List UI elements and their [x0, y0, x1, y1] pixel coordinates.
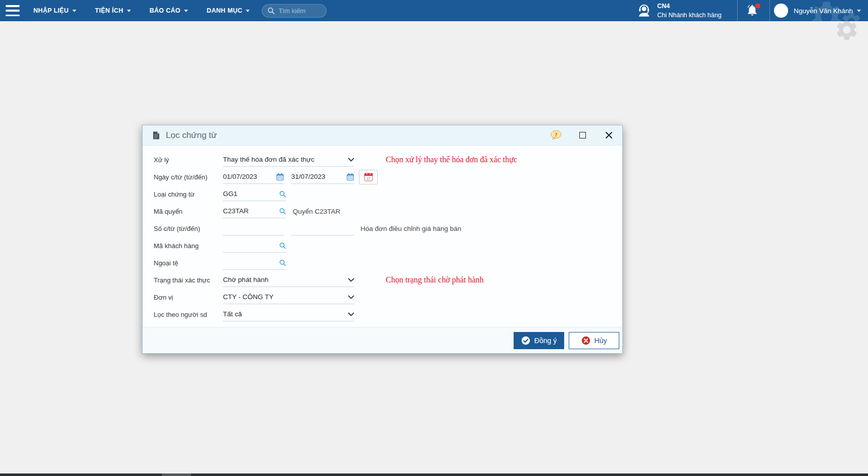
date-from-field[interactable]: [223, 170, 284, 184]
so-ctu-to-field[interactable]: [291, 222, 354, 235]
divider: [737, 0, 738, 21]
calendar-picker-button[interactable]: 17: [359, 170, 378, 184]
chevron-down-icon: [348, 158, 354, 162]
loai-chung-tu-input[interactable]: [223, 190, 277, 198]
lookup-search-icon[interactable]: [279, 191, 286, 198]
form-row-ngoai-te: Ngoại tệ: [143, 254, 622, 271]
branch-info[interactable]: CN4 Chi Nhánh khách hàng: [657, 2, 721, 20]
avatar[interactable]: [774, 4, 788, 18]
ma-khach-hang-input[interactable]: [223, 242, 277, 249]
notification-badge: [755, 4, 760, 9]
form-row-ma-khach-hang: Mã khách hàng: [143, 237, 622, 254]
date-to-field[interactable]: [291, 170, 354, 184]
annotation-xu-ly: Chọn xử lý thay thế hóa đơn đã xác thực: [386, 155, 517, 164]
divider: [769, 0, 770, 21]
search-input[interactable]: [279, 7, 321, 15]
form-row-xu-ly: Xử lý Thay thế hóa đơn đã xác thực Chọn …: [143, 151, 622, 168]
nav-label: DANH MỤC: [207, 7, 242, 14]
calendar-icon[interactable]: [276, 173, 284, 181]
chevron-down-icon: [246, 10, 250, 12]
hamburger-menu-icon[interactable]: [6, 5, 20, 16]
so-ctu-from-field[interactable]: [223, 222, 284, 235]
nav-label: NHẬP LIỆU: [33, 7, 69, 14]
ma-khach-hang-field[interactable]: [223, 239, 286, 253]
chevron-down-icon: [184, 10, 188, 12]
field-label: Ngoại tệ: [154, 259, 223, 267]
field-label: Trạng thái xác thực: [154, 276, 223, 284]
nav-label: TIỆN ÍCH: [95, 7, 123, 14]
nav-nhap-lieu[interactable]: NHẬP LIỆU: [33, 7, 76, 14]
help-icon: ?: [550, 130, 562, 140]
help-button[interactable]: ?: [550, 129, 563, 142]
ma-quyen-input[interactable]: [223, 207, 277, 215]
close-icon: [605, 131, 613, 139]
lookup-search-icon[interactable]: [279, 259, 286, 266]
dialog-footer: Đồng ý Hủy: [143, 327, 622, 353]
field-label: Mã quyển: [154, 208, 223, 215]
lookup-search-icon[interactable]: [279, 242, 286, 249]
calendar-red-icon: 17: [363, 172, 374, 182]
ngoai-te-field[interactable]: [223, 256, 286, 270]
calendar-icon[interactable]: [346, 173, 354, 181]
field-label: Lọc theo người sd: [154, 311, 223, 318]
nav-label: BÁO CÁO: [150, 7, 180, 14]
app-root: NHẬP LIỆU TIỆN ÍCH BÁO CÁO DANH MỤC CN4 …: [0, 0, 868, 476]
chevron-down-icon: [72, 10, 76, 12]
user-menu[interactable]: Nguyễn Văn Khánh: [794, 0, 861, 21]
field-label: Ngày c/từ (từ/đến): [154, 173, 223, 181]
ngoai-te-input[interactable]: [223, 259, 277, 266]
ok-button[interactable]: Đồng ý: [514, 332, 564, 349]
chevron-down-icon: [857, 10, 861, 12]
cancel-button[interactable]: Hủy: [569, 332, 619, 349]
chevron-down-icon: [348, 312, 354, 316]
ma-quyen-field[interactable]: [223, 205, 286, 218]
close-button[interactable]: [602, 129, 615, 142]
xu-ly-select[interactable]: Thay thế hóa đơn đã xác thực: [223, 153, 354, 167]
chevron-down-icon: [348, 278, 354, 282]
search-box[interactable]: [262, 4, 327, 18]
svg-text:?: ?: [555, 131, 558, 137]
dialog-title: Lọc chứng từ: [166, 130, 544, 140]
document-filter-icon: [152, 131, 161, 140]
check-circle-icon: [521, 336, 530, 345]
form-row-don-vi: Đơn vị CTY - CÔNG TY: [143, 289, 622, 306]
so-ctu-from-input[interactable]: [223, 224, 284, 232]
lookup-search-icon[interactable]: [279, 208, 286, 215]
dialog-titlebar: Lọc chứng từ ?: [143, 125, 622, 146]
nav-bao-cao[interactable]: BÁO CÁO: [150, 7, 188, 14]
trang-thai-select[interactable]: Chờ phát hành: [223, 273, 354, 287]
don-vi-select[interactable]: CTY - CÔNG TY: [223, 291, 354, 304]
form-row-ngay: Ngày c/từ (từ/đến) 17: [143, 168, 622, 185]
form-row-loc-nguoi-sd: Lọc theo người sd Tất cả: [143, 306, 622, 323]
so-ctu-description: Hóa đơn điều chỉnh giá hàng bán: [360, 225, 462, 232]
maximize-icon: [579, 132, 586, 138]
chevron-down-icon: [348, 295, 354, 299]
nav-tien-ich[interactable]: TIỆN ÍCH: [95, 7, 131, 14]
form-row-trang-thai: Trạng thái xác thực Chờ phát hành Chọn t…: [143, 271, 622, 289]
dialog-body: Xử lý Thay thế hóa đơn đã xác thực Chọn …: [143, 146, 622, 327]
loai-chung-tu-field[interactable]: [223, 187, 286, 201]
maximize-button[interactable]: [576, 129, 589, 142]
svg-text:17: 17: [367, 177, 371, 180]
so-ctu-to-input[interactable]: [291, 224, 354, 232]
top-navbar: NHẬP LIỆU TIỆN ÍCH BÁO CÁO DANH MỤC CN4 …: [0, 0, 868, 21]
annotation-trang-thai: Chọn trạng thái chờ phát hành: [386, 275, 484, 284]
form-row-ma-quyen: Mã quyển Quyển C23TAR: [143, 203, 622, 220]
user-name: Nguyễn Văn Khánh: [794, 7, 853, 15]
cancel-circle-icon: [581, 336, 590, 345]
date-to-input[interactable]: [291, 173, 344, 180]
form-row-loai-chung-tu: Loại chứng từ: [143, 185, 622, 203]
date-from-input[interactable]: [223, 173, 274, 180]
loc-nguoi-sd-select[interactable]: Tất cả: [223, 308, 354, 321]
notifications-button[interactable]: [746, 4, 761, 19]
field-label: Xử lý: [154, 156, 223, 164]
branch-code: CN4: [657, 2, 721, 11]
search-icon: [267, 7, 275, 15]
bottom-strip: [0, 473, 868, 476]
nav-danh-muc[interactable]: DANH MỤC: [207, 7, 250, 14]
field-label: Mã khách hàng: [154, 242, 223, 250]
field-label: Loại chứng từ: [154, 191, 223, 198]
field-label: Số c/từ (từ/đến): [154, 225, 223, 232]
support-agent-icon[interactable]: [636, 3, 652, 19]
ma-quyen-description: Quyển C23TAR: [293, 208, 340, 215]
